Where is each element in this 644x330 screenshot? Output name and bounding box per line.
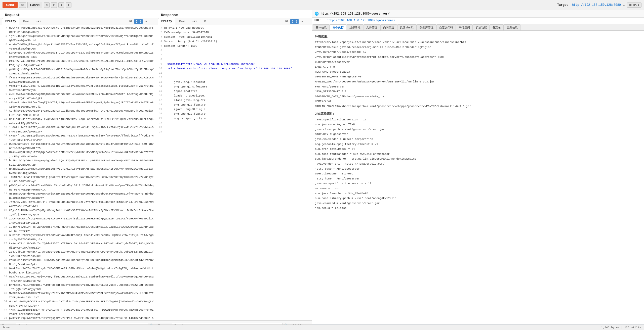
line-number: 15 xyxy=(2,142,9,150)
cn-tab-1[interactable]: 命令执行 xyxy=(330,24,346,30)
request-header: Request xyxy=(0,10,156,18)
request-line: 120A44cdkxXisrYxk3oqcyIXVg9yW5MENjGBsRV7… xyxy=(0,117,156,125)
line-text: org.eclipse.jetty.w xyxy=(164,116,310,121)
request-line: 8yfh5ifjmIBU/IZeGFj7pZBc8kpGq1mIyXRRi65v… xyxy=(0,84,156,92)
line-text: java.lang.ClassCast xyxy=(164,80,310,85)
tab-response-r[interactable]: R xyxy=(201,18,209,25)
request-line: 28z04JOjbgzFhoeNat+t1nAvsa92+D3qe31OH9+A… xyxy=(0,250,156,258)
line-text xyxy=(164,121,310,125)
request-title: Request xyxy=(2,11,23,18)
line-text: xsi:schemaLocation="http://www.opengis.n… xyxy=(164,67,310,71)
line-text: Gzx/knmcKi5PCT01 69jVAH4eQTfBuGcuZucNOLc… xyxy=(9,275,154,283)
cn-tab-11[interactable]: 更新信息 xyxy=(504,24,520,30)
response-code-icon[interactable]: { } xyxy=(290,19,299,24)
tab-request-pretty[interactable]: Pretty xyxy=(2,18,19,25)
status-right: 1,245 bytes | 126 millis xyxy=(601,326,641,329)
response-line: 12 xyxy=(156,76,312,80)
line-number: 1 xyxy=(2,26,9,34)
response-title: Response xyxy=(158,11,181,18)
line-text: UDHm8OQX107tTt1j166bdkmj5L56r5pOrh7UQ0zb… xyxy=(9,142,154,150)
jre-var: java.command = /mnt/geoserver/start.jar xyxy=(315,201,641,206)
request-content[interactable]: 1gyCY+kTj0cSdLunpdJab78VG4NAkktPU76Zmoq3… xyxy=(0,25,156,320)
line-number: 18 xyxy=(158,103,164,107)
env-var: MARLIN_ENABLER=-Xbootclasspath/a:/mnt/ge… xyxy=(315,104,641,109)
jre-var: java.vm.specification.version = 17 xyxy=(315,181,641,186)
jre-var: sun.arch.data.model = 64 xyxy=(315,147,641,152)
line-number: 7 xyxy=(158,53,164,58)
send-button[interactable]: Send xyxy=(3,2,18,8)
line-text: mLbIF31Lz9ZFhQvYmXHwF7sEh68Nw6RWwwYHX4F5… xyxy=(9,233,154,242)
cn-tab-9[interactable]: 扩展功能 xyxy=(473,24,490,30)
nav-left2-button[interactable]: < xyxy=(58,2,64,8)
env-var: PWD=/mnt/geoserver xyxy=(315,84,641,89)
response-wrap-icon[interactable]: ↵ xyxy=(300,19,304,24)
response-menu-icon[interactable]: ☰ xyxy=(305,19,310,24)
tab-response-pretty[interactable]: Pretty xyxy=(158,18,175,25)
status-left: Done xyxy=(3,326,10,329)
line-number: 23 xyxy=(158,125,164,130)
line-number: 10 xyxy=(2,101,9,109)
env-content[interactable]: 环境变量:PATH=/usr/local/openjdk-17/bin:/usr… xyxy=(312,31,644,324)
request-line: 19l1UNIrh8+bSa1iIzmHvsm1jigOozPtpJEiwrZJ… xyxy=(0,175,156,183)
code-icon[interactable]: { } xyxy=(134,19,143,24)
request-line: 11AcThjNVY8JBVWpyE884IY1mc2LaIHXTVi1jkwJ… xyxy=(0,109,156,117)
response-eye-icon[interactable]: 👁 xyxy=(284,19,289,24)
http-version-badge: HTTP/1 xyxy=(627,3,641,8)
tab-response-hex[interactable]: Hex xyxy=(188,18,200,25)
response-line: 3Content-Type: application/xml xyxy=(156,35,312,39)
request-line: 6gKKCnQlVkNJqcTeRZo8GOZ7HOnc+xN00fB/mUVy… xyxy=(0,67,156,76)
cn-tab-7[interactable]: 自定义代码 xyxy=(436,24,456,30)
line-number: 24 xyxy=(158,130,164,134)
line-number: 20 xyxy=(158,112,164,116)
cn-tab-2[interactable]: 虚拟终端 xyxy=(347,24,363,30)
edit-icon[interactable]: ✏ xyxy=(623,3,625,7)
eye-icon[interactable]: 👁 xyxy=(128,19,133,24)
wrap-icon[interactable]: ↵ xyxy=(144,19,148,24)
response-line: 17 class java.lang.Str xyxy=(156,98,312,103)
request-line: 25IE4nr7FbAguA4P4sFZBMzWzh5s7K7u2Fdvwrkb… xyxy=(0,225,156,233)
response-line: 9 xmlns:xsi="http://www.w3.org/2001/XMLS… xyxy=(156,62,312,67)
line-number: 17 xyxy=(158,98,164,103)
line-number: 11 xyxy=(2,109,9,117)
status-bar: Done 1,245 bytes | 126 millis xyxy=(0,324,644,330)
cn-tab-8[interactable]: 平行空间 xyxy=(456,24,473,30)
tab-request-hex[interactable]: Hex xyxy=(32,18,45,25)
tab-response-raw[interactable]: Raw xyxy=(176,18,188,25)
response-content[interactable]: 1HTTP/1.1 400 Bad Request2X-Frame-Option… xyxy=(156,25,312,320)
response-panel: Response Pretty Raw Hex R 👁 { } ↵ ☰ 1HTT… xyxy=(156,10,312,330)
request-line: 21mY3HmKQvcpndexeS28WMRRFxvjSYZpx6ae6UIX… xyxy=(0,192,156,200)
cn-tab-10[interactable]: 备忘录 xyxy=(490,24,504,30)
cn-tab-3[interactable]: 文件管理 xyxy=(364,24,380,30)
request-tab-icons: 👁 { } ↵ ☰ xyxy=(128,19,154,24)
line-number: 19 xyxy=(158,107,164,112)
request-line: 36pYKT7912xpLw6dx0AthG1R7fPgsg4Pow7ZPP4q… xyxy=(0,316,156,320)
request-line: 29reuUR81d4m41vdXN2SOU+8D3w7m/ggn9xdx6+9… xyxy=(0,258,156,266)
line-text: Content-Type: application/xml xyxy=(164,35,310,39)
nav-right2-button[interactable]: > xyxy=(66,2,71,8)
cn-tab-6[interactable]: 数据库管理 xyxy=(417,24,436,30)
request-line: 33MYDC03vmo090B9DUK7F+wX1kyu7a5tv4hF3MSW… xyxy=(0,291,156,300)
jre-var: os.name = Linux xyxy=(315,186,641,191)
request-line: 1gyCY+kTj0cSdLunpdJab78VG4NAkktPU76Zmoq3… xyxy=(0,26,156,34)
line-number: 16 xyxy=(2,150,9,159)
request-line: 21gtlwJhRqshIHNqU068WFnFK4XFGHOnyHNSQFZ6… xyxy=(0,34,156,42)
line-text xyxy=(164,125,310,130)
line-text: 0A44cdkxXisrYxk3oqcyIXVg9yW5MENjGBsRV7ks… xyxy=(9,117,154,125)
tab-request-raw[interactable]: Raw xyxy=(20,18,32,25)
menu-icon[interactable]: ☰ xyxy=(149,19,154,24)
line-number: 22 xyxy=(2,200,9,208)
line-number: 8 xyxy=(2,84,9,92)
line-number: 28 xyxy=(2,250,9,258)
cn-tab-4[interactable]: 内网穿透 xyxy=(380,24,397,30)
jre-var: sun.font.fontmanager = sun.awt.X11FontMa… xyxy=(315,152,641,157)
cn-tab-5[interactable]: 反弹shell xyxy=(397,24,417,30)
request-panel: Request Pretty Raw Hex 👁 { } ↵ ☰ 1gyCY+k… xyxy=(0,10,156,330)
line-text xyxy=(164,130,310,134)
target-info: Target: http://192.168.150.128:8080 ✏ HT… xyxy=(557,3,641,8)
nav-left-button[interactable]: < xyxy=(44,2,50,8)
response-line: 23 xyxy=(156,125,312,130)
nav-right-button[interactable]: > xyxy=(51,2,57,8)
cn-tab-0[interactable]: 基本信息 xyxy=(313,24,330,30)
cancel-button[interactable]: Cancel xyxy=(27,2,42,8)
gear-button[interactable]: ⚙ xyxy=(19,2,26,8)
